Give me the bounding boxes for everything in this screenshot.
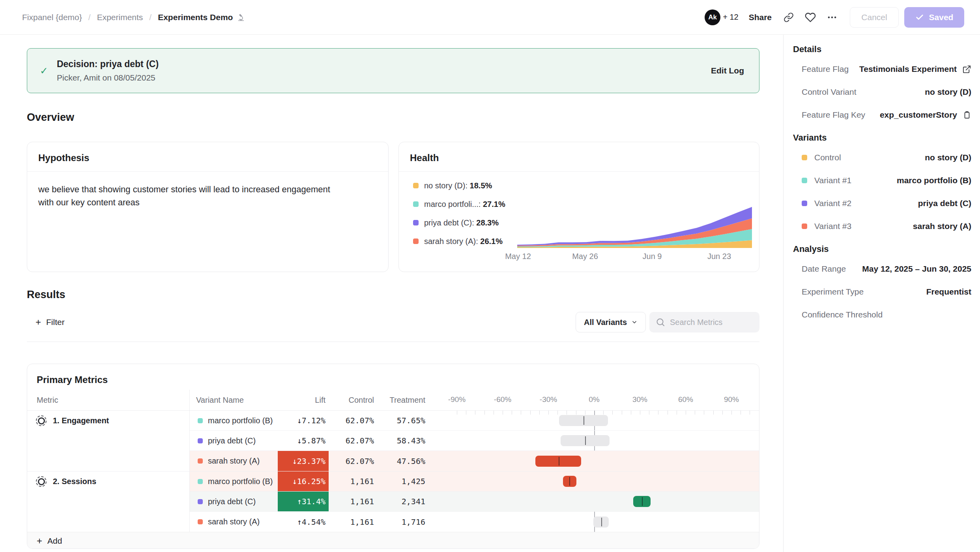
lift-cell: ↓23.37% [278,451,329,471]
control-cell: 62.07% [329,416,381,425]
search-metrics-input[interactable] [670,318,749,327]
confidence-threshold-label: Confidence Threshold [802,310,883,319]
ci-axis-labels: -90%-60%-30%0%30%60%90% [436,390,759,410]
details-section: Details Feature Flag Testimonials Experi… [793,44,971,120]
more-menu-button[interactable] [827,12,837,23]
variant-swatch [802,178,807,183]
ci-mean-marker [584,416,584,425]
add-filter-button[interactable]: + Filter [36,317,65,327]
variants-section: Variants Control no story (D) Variant #1… [793,133,971,231]
chevron-down-icon [631,319,638,325]
legend-swatch [413,238,419,244]
saved-button[interactable]: Saved [904,7,964,28]
control-variant-row: Control Variant no story (D) [793,87,971,97]
external-link-icon[interactable] [962,65,971,74]
hypothesis-title: Hypothesis [27,142,388,172]
col-header-metric: Metric [27,390,190,410]
x-axis-label: Jun 23 [707,252,731,261]
variant-name-cell: sarah story (A) [190,456,278,466]
copy-icon[interactable] [963,111,971,119]
ci-chart-cell [436,451,759,471]
variant-name-cell: priya debt (C) [190,436,278,445]
variant-name-cell: marco portfolio (B) [190,416,278,425]
metric-variant-row[interactable]: sarah story (A)↓23.37%62.07%47.56% [190,451,759,471]
breadcrumb: Fixpanel {demo} / Experiments / Experime… [22,13,245,22]
x-axis-label: May 26 [572,252,598,261]
share-button[interactable]: Share [749,13,772,22]
metric-group: 2. Sessionsmarco portfolio (B)↓16.25%1,1… [27,471,759,532]
variant-label: Variant #2 [814,199,851,208]
avatar[interactable]: Ak [705,9,720,25]
metric-variant-row[interactable]: sarah story (A)↑4.54%1,1611,716 [190,512,759,532]
treatment-cell: 57.65% [381,416,436,425]
legend-value: 26.1% [480,237,503,246]
favorite-button[interactable] [805,12,816,23]
legend-value: 18.5% [470,181,492,190]
legend-swatch [413,201,419,207]
variant-swatch-icon [198,458,203,464]
variant-value: marco portfolio (B) [897,176,971,185]
feature-flag-value[interactable]: Testimonials Experiment [859,64,957,74]
ci-chart-cell [436,492,759,511]
metric-search[interactable] [649,312,759,332]
goal-metric-icon [36,476,47,487]
overview-heading: Overview [27,111,759,124]
copy-link-button[interactable] [784,12,794,23]
health-legend-item: priya debt (C)28.3% [413,217,505,228]
ci-axis-tick-label: -30% [540,395,557,404]
decision-title: Decision: priya debt (C) [57,59,711,69]
breadcrumb-project[interactable]: Fixpanel {demo} [22,13,82,22]
metric-variant-row[interactable]: priya debt (C)↓5.87%62.07%58.43% [190,431,759,451]
legend-value: 28.3% [476,218,499,227]
header-actions: Ak + 12 Share Cancel Saved [705,7,964,28]
variant-value: no story (D) [925,153,971,162]
health-card: Health no story (D)18.5%marco portfoli..… [398,142,759,272]
ci-axis-tick-label: 60% [678,395,693,404]
health-area-chart [517,197,754,249]
variant-name: sarah story (A) [208,456,260,466]
metric-group: 1. Engagementmarco portfolio (B)↓7.12%62… [27,411,759,471]
treatment-cell: 58.43% [381,436,436,445]
confidence-threshold-row: Confidence Threshold [793,310,971,320]
metric-variant-row[interactable]: marco portfolio (B)↓16.25%1,1611,425 [190,471,759,492]
ci-axis-tick-label: 30% [632,395,647,404]
metric-cell[interactable]: 1. Engagement [27,411,190,471]
control-variant-label: Control Variant [802,87,857,97]
variant-swatch-icon [198,479,203,484]
variant-row: Variant #3 sarah story (A) [793,221,971,231]
variant-label: Variant #1 [814,176,851,185]
feature-flag-label: Feature Flag [802,64,849,74]
lift-cell: ↓5.87% [278,431,329,451]
decision-banner: ✓ Decision: priya debt (C) Picker, Amit … [27,48,759,93]
metric-variant-row[interactable]: priya debt (C)↑31.4%1,1612,341 [190,492,759,512]
variant-filter-label: All Variants [584,318,627,327]
variant-name-cell: priya debt (C) [190,497,278,506]
experiment-type-row: Experiment Type Frequentist [793,287,971,297]
variant-row: Variant #1 marco portfolio (B) [793,175,971,186]
main-content: ✓ Decision: priya debt (C) Picker, Amit … [0,35,783,552]
add-metric-button[interactable]: + Add [27,532,759,549]
ellipsis-icon [827,12,837,23]
analysis-heading: Analysis [793,244,971,254]
avatar-overflow-count[interactable]: + 12 [723,13,738,22]
variant-swatch-icon [198,499,203,504]
decision-check-icon: ✓ [40,65,48,77]
details-heading: Details [793,44,971,54]
metric-cell[interactable]: 2. Sessions [27,471,190,532]
cancel-button[interactable]: Cancel [850,7,899,28]
col-header-lift: Lift [278,396,329,405]
ci-mean-marker [585,436,586,445]
ci-chart-cell [436,512,759,532]
variant-name-cell: sarah story (A) [190,517,278,526]
control-cell: 1,161 [329,497,381,506]
breadcrumb-experiments[interactable]: Experiments [97,13,143,22]
top-bar: Fixpanel {demo} / Experiments / Experime… [0,0,980,35]
feature-flag-key-label: Feature Flag Key [802,110,865,120]
x-axis-label: May 12 [505,252,531,261]
control-cell: 1,161 [329,517,381,527]
edit-log-button[interactable]: Edit Log [711,66,744,75]
experiment-type-label: Experiment Type [802,287,864,297]
lift-cell: ↓7.12% [278,411,329,430]
variant-filter-dropdown[interactable]: All Variants [576,312,646,332]
metric-variant-row[interactable]: marco portfolio (B)↓7.12%62.07%57.65% [190,411,759,431]
